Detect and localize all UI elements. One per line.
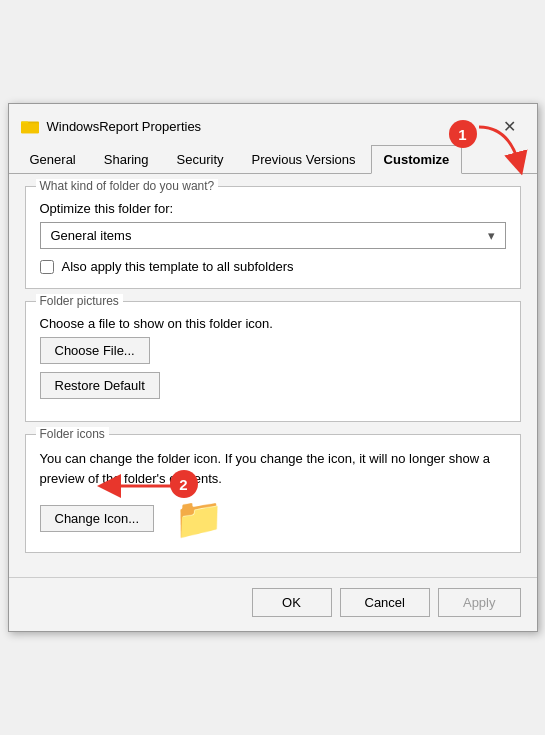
svg-rect-2 xyxy=(21,123,39,133)
folder-icons-row: Change Icon... 📁 xyxy=(40,498,506,538)
restore-default-button[interactable]: Restore Default xyxy=(40,372,160,399)
tab-previous-versions[interactable]: Previous Versions xyxy=(239,145,369,174)
subfolders-label: Also apply this template to all subfolde… xyxy=(62,259,294,274)
folder-pictures-desc: Choose a file to show on this folder ico… xyxy=(40,316,506,331)
folder-icons-section: Folder icons You can change the folder i… xyxy=(25,434,521,553)
tab-content: What kind of folder do you want? Optimiz… xyxy=(9,174,537,577)
dropdown-value: General items xyxy=(51,228,132,243)
optimize-label: Optimize this folder for: xyxy=(40,201,506,216)
apply-button[interactable]: Apply xyxy=(438,588,521,617)
tab-general[interactable]: General xyxy=(17,145,89,174)
subfolders-checkbox-row: Also apply this template to all subfolde… xyxy=(40,259,506,274)
cancel-button[interactable]: Cancel xyxy=(340,588,430,617)
folder-icon-emoji: 📁 xyxy=(174,498,224,538)
footer: OK Cancel Apply xyxy=(9,577,537,631)
subfolders-checkbox[interactable] xyxy=(40,260,54,274)
folder-icons-desc: You can change the folder icon. If you c… xyxy=(40,449,506,488)
close-button[interactable]: ✕ xyxy=(495,114,525,138)
folder-type-title: What kind of folder do you want? xyxy=(36,179,219,193)
tab-customize[interactable]: Customize xyxy=(371,145,463,174)
tab-sharing[interactable]: Sharing xyxy=(91,145,162,174)
ok-button[interactable]: OK xyxy=(252,588,332,617)
titlebar-folder-icon xyxy=(21,118,39,134)
folder-icons-title: Folder icons xyxy=(36,427,109,441)
choose-file-button[interactable]: Choose File... xyxy=(40,337,150,364)
properties-window: WindowsReport Properties ✕ General Shari… xyxy=(8,103,538,632)
tab-bar: General Sharing Security Previous Versio… xyxy=(9,144,537,174)
folder-type-section: What kind of folder do you want? Optimiz… xyxy=(25,186,521,289)
chevron-down-icon: ▾ xyxy=(488,228,495,243)
titlebar: WindowsReport Properties ✕ xyxy=(9,104,537,140)
window-title: WindowsReport Properties xyxy=(47,119,495,134)
change-icon-button[interactable]: Change Icon... xyxy=(40,505,155,532)
folder-pictures-title: Folder pictures xyxy=(36,294,123,308)
folder-type-dropdown[interactable]: General items ▾ xyxy=(40,222,506,249)
tab-security[interactable]: Security xyxy=(164,145,237,174)
folder-pictures-section: Folder pictures Choose a file to show on… xyxy=(25,301,521,422)
